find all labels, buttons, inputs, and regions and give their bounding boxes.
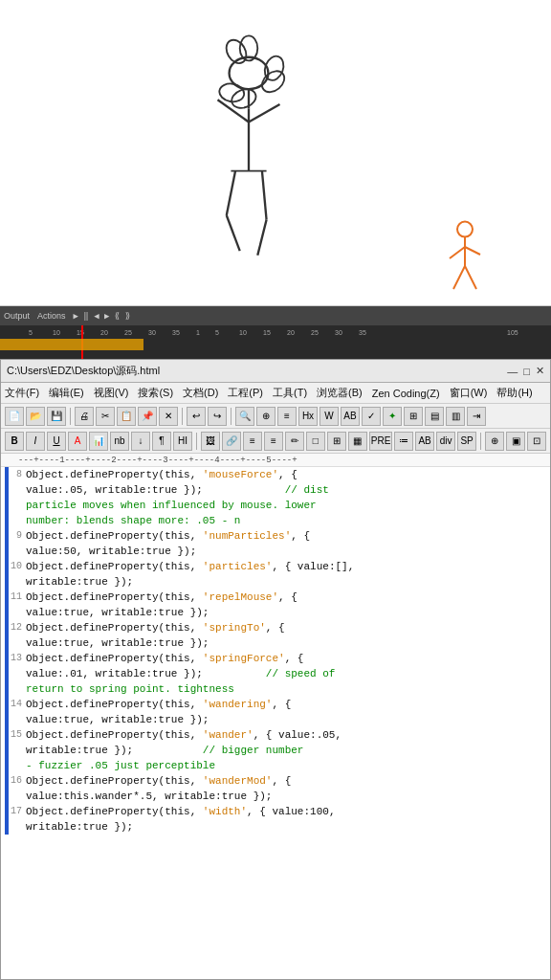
code-line-14b: value:true, writable:true }); — [1, 712, 550, 727]
editor-title: C:\Users\EDZ\Desktop\源码.html — [7, 364, 160, 378]
timeline-animation-bar[interactable] — [0, 339, 143, 350]
tb-b1[interactable]: ⊕ — [256, 407, 276, 426]
tb-print[interactable]: 🖨 — [75, 407, 94, 426]
menu-project[interactable]: 工程(P) — [228, 386, 263, 400]
tb-extra1[interactable]: ⊕ — [485, 432, 504, 451]
menu-view[interactable]: 视图(V) — [94, 386, 129, 400]
code-line-9b: value:50, writable:true }); — [1, 544, 550, 559]
svg-line-14 — [262, 171, 267, 220]
line-num-14: 14 — [9, 697, 22, 712]
line-num-8c — [9, 498, 22, 513]
tb-tbl[interactable]: ⊞ — [327, 432, 346, 451]
menu-doc[interactable]: 文档(D) — [183, 386, 218, 400]
tb-underline[interactable]: U — [47, 432, 66, 451]
tb-align-l[interactable]: ≡ — [243, 432, 262, 451]
tb-sp[interactable]: SP — [457, 432, 476, 451]
code-line-15: 15 Object.defineProperty(this, 'wander',… — [1, 727, 550, 743]
svg-line-19 — [465, 247, 480, 255]
tb-nb[interactable]: nb — [110, 432, 129, 451]
menu-help[interactable]: 帮助(H) — [496, 386, 532, 400]
menu-browser[interactable]: 浏览器(B) — [317, 386, 363, 400]
tb-b4[interactable]: W — [320, 407, 339, 426]
menu-window[interactable]: 窗口(W) — [450, 386, 488, 400]
tb-b9[interactable]: ▤ — [425, 407, 444, 426]
line-17b-content: writable:true }); — [26, 819, 550, 835]
tb-new[interactable]: 📄 — [5, 407, 24, 426]
tb-tbl2[interactable]: ▦ — [348, 432, 367, 451]
tb-delete[interactable]: ✕ — [159, 407, 178, 426]
tb-sep3 — [231, 408, 231, 425]
tb-cut[interactable]: ✂ — [96, 407, 115, 426]
line-15-content: Object.defineProperty(this, 'wander', { … — [26, 727, 550, 743]
tb-italic[interactable]: I — [26, 432, 45, 451]
code-line-17b: writable:true }); — [1, 819, 550, 835]
editor-window: C:\Users\EDZ\Desktop\源码.html — □ ✕ 文件(F)… — [0, 359, 551, 980]
code-line-9: 9 Object.defineProperty(this, 'numPartic… — [1, 528, 550, 544]
code-line-11b: value:true, writable:true }); — [1, 605, 550, 620]
tb-list[interactable]: ≔ — [394, 432, 413, 451]
line-num-13b — [9, 666, 22, 681]
tb-align-c[interactable]: ≡ — [264, 432, 283, 451]
line-14-content: Object.defineProperty(this, 'wandering',… — [26, 697, 550, 712]
minimize-button[interactable]: — — [507, 366, 518, 377]
timeline-track[interactable]: 5 10 15 20 25 30 35 1 5 10 15 20 25 30 3… — [0, 325, 551, 359]
tb-save[interactable]: 💾 — [47, 407, 66, 426]
close-button[interactable]: ✕ — [536, 365, 544, 377]
tb-bold[interactable]: B — [5, 432, 24, 451]
menu-search[interactable]: 搜索(S) — [138, 386, 173, 400]
tb-pre[interactable]: PRE — [369, 432, 392, 451]
timeline-toolbar: Output Actions ▶ ‖ ◀ ▶ ⟪ ⟫ — [0, 306, 551, 325]
maximize-button[interactable]: □ — [523, 366, 530, 377]
menu-zen[interactable]: Zen Coding(Z) — [372, 388, 440, 399]
animation-canvas — [0, 0, 551, 306]
tb-copy[interactable]: 📋 — [117, 407, 136, 426]
tb-arrow[interactable]: ↓ — [131, 432, 150, 451]
menu-edit[interactable]: 编辑(E) — [49, 386, 84, 400]
tb-box[interactable]: □ — [306, 432, 325, 451]
tb-open[interactable]: 📂 — [26, 407, 45, 426]
tb-b5[interactable]: AB — [341, 407, 360, 426]
editor-titlebar: C:\Users\EDZ\Desktop\源码.html — □ ✕ — [1, 360, 550, 383]
line-num-14b — [9, 712, 22, 727]
tb-paste[interactable]: 📌 — [138, 407, 157, 426]
tb-sep2 — [182, 408, 183, 425]
tb-redo[interactable]: ↪ — [208, 407, 227, 426]
tb-extra2[interactable]: ▣ — [506, 432, 525, 451]
tb-b8[interactable]: ⊞ — [404, 407, 423, 426]
code-line-8: 8 Object.defineProperty(this, 'mouseForc… — [1, 467, 550, 482]
tb-ab[interactable]: AB — [415, 432, 434, 451]
line-17-content: Object.defineProperty(this, 'width', { v… — [26, 804, 550, 819]
editor-content[interactable]: 8 Object.defineProperty(this, 'mouseForc… — [1, 467, 550, 979]
code-line-11: 11 Object.defineProperty(this, 'repelMou… — [1, 590, 550, 605]
line-num-8: 8 — [9, 467, 22, 482]
timeline-area: Output Actions ▶ ‖ ◀ ▶ ⟪ ⟫ 5 10 15 20 25… — [0, 306, 551, 359]
line-16b-content: value:this.wander*.5, writable:true }); — [26, 789, 550, 804]
line-15b-content: writable:true }); // bigger number — [26, 743, 550, 758]
tb-b10[interactable]: ▥ — [446, 407, 465, 426]
tb-link[interactable]: 🔗 — [222, 432, 241, 451]
line-num-8b — [9, 482, 22, 498]
tb-b11[interactable]: ⇥ — [467, 407, 486, 426]
tb-pencil[interactable]: ✏ — [285, 432, 304, 451]
svg-line-10 — [249, 104, 280, 122]
menu-file[interactable]: 文件(F) — [5, 386, 39, 400]
tb-color[interactable]: A — [68, 432, 87, 451]
tb-find[interactable]: 🔍 — [235, 407, 254, 426]
tb-div[interactable]: div — [436, 432, 455, 451]
tb-b2[interactable]: ≡ — [277, 407, 297, 426]
svg-line-13 — [227, 215, 240, 251]
tb-para[interactable]: ¶ — [152, 432, 171, 451]
line-16-content: Object.defineProperty(this, 'wanderMod',… — [26, 773, 550, 789]
tb-chart[interactable]: 📊 — [89, 432, 108, 451]
line-12b-content: value:true, writable:true }); — [26, 635, 550, 651]
tb-img[interactable]: 🖼 — [201, 432, 220, 451]
tb-b3[interactable]: Hx — [298, 407, 318, 426]
line-num-16b — [9, 789, 22, 804]
tb-hi[interactable]: HI — [173, 432, 192, 451]
tb-b6[interactable]: ✓ — [362, 407, 381, 426]
tb-extra3[interactable]: ⊡ — [527, 432, 546, 451]
menu-tools[interactable]: 工具(T) — [273, 386, 307, 400]
svg-point-6 — [229, 86, 258, 111]
tb-b7[interactable]: ✦ — [383, 407, 402, 426]
tb-undo[interactable]: ↩ — [187, 407, 206, 426]
